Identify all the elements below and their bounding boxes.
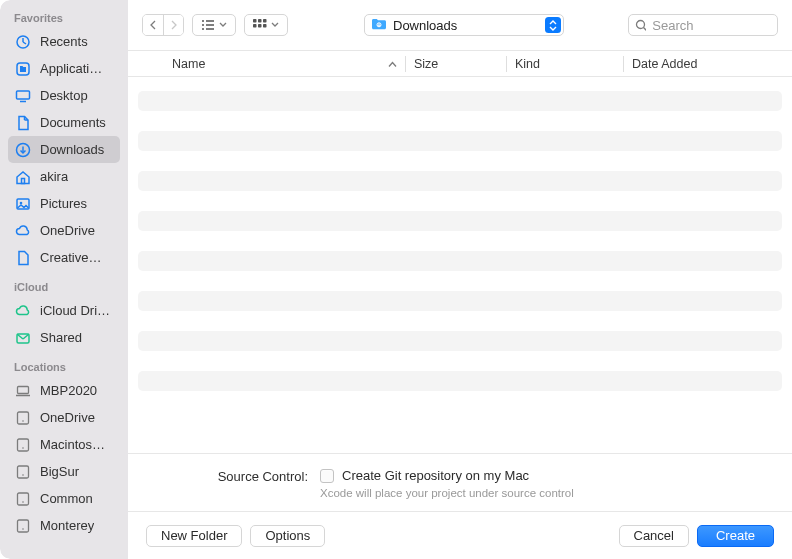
- sidebar-item-akira[interactable]: akira: [8, 163, 120, 190]
- sidebar-item-label: OneDrive: [40, 410, 95, 425]
- column-kind-label: Kind: [515, 57, 540, 71]
- svg-point-25: [22, 501, 24, 503]
- sidebar-item-applications[interactable]: Applicati…: [8, 55, 120, 82]
- desktop-icon: [14, 87, 32, 105]
- sidebar-item-downloads[interactable]: Downloads: [8, 136, 120, 163]
- save-panel: FavoritesRecentsApplicati…DesktopDocumen…: [0, 0, 792, 559]
- folder-icon: [371, 17, 387, 33]
- sidebar-item-pictures[interactable]: Pictures: [8, 190, 120, 217]
- cloud-icon: [14, 222, 32, 240]
- sidebar-item-common[interactable]: Common: [8, 485, 120, 512]
- sidebar-item-monterey[interactable]: Monterey: [8, 512, 120, 539]
- svg-rect-37: [253, 24, 257, 28]
- list-item: [138, 131, 782, 151]
- divider: [405, 56, 406, 72]
- forward-button[interactable]: [163, 15, 183, 35]
- svg-rect-34: [253, 19, 257, 23]
- new-folder-button[interactable]: New Folder: [146, 525, 242, 547]
- view-grid-menu[interactable]: [244, 14, 288, 36]
- sidebar-item-label: MBP2020: [40, 383, 97, 398]
- options-button[interactable]: Options: [250, 525, 325, 547]
- svg-point-21: [22, 447, 24, 449]
- column-date-added[interactable]: Date Added: [632, 57, 792, 71]
- list-item: [138, 251, 782, 271]
- chevron-down-icon: [219, 22, 227, 28]
- cancel-label: Cancel: [634, 528, 674, 543]
- sidebar-item-bigsur[interactable]: BigSur: [8, 458, 120, 485]
- svg-rect-20: [18, 439, 29, 451]
- cloud-green-icon: [14, 302, 32, 320]
- sidebar-item-recents[interactable]: Recents: [8, 28, 120, 55]
- sort-asc-icon: [388, 57, 397, 71]
- list-item: [138, 291, 782, 311]
- sidebar-item-label: akira: [40, 169, 68, 184]
- download-icon: [14, 141, 32, 159]
- list-item: [138, 211, 782, 231]
- back-button[interactable]: [143, 15, 163, 35]
- column-size[interactable]: Size: [414, 57, 506, 71]
- app-icon: [14, 60, 32, 78]
- search-icon: [635, 19, 646, 32]
- doc-icon: [14, 114, 32, 132]
- source-control-panel: Source Control: Create Git repository on…: [128, 453, 792, 511]
- sidebar-item-icloud[interactable]: iCloud Dri…: [8, 297, 120, 324]
- svg-rect-16: [18, 386, 29, 393]
- sidebar-item-label: Recents: [40, 34, 88, 49]
- svg-point-19: [22, 420, 24, 422]
- sidebar-item-onedrive[interactable]: OneDrive: [8, 217, 120, 244]
- location-label: Downloads: [393, 18, 539, 33]
- sidebar-item-label: OneDrive: [40, 223, 95, 238]
- shared-green-icon: [14, 329, 32, 347]
- svg-rect-24: [18, 493, 29, 505]
- svg-rect-36: [263, 19, 267, 23]
- sidebar-item-creative[interactable]: Creative…: [8, 244, 120, 271]
- sidebar-item-desktop[interactable]: Desktop: [8, 82, 120, 109]
- sidebar-item-shared[interactable]: Shared: [8, 324, 120, 351]
- sidebar-item-onedrive-loc[interactable]: OneDrive: [8, 404, 120, 431]
- svg-rect-10: [22, 178, 25, 183]
- disk-icon: [14, 436, 32, 454]
- svg-rect-35: [258, 19, 262, 23]
- sidebar-item-label: iCloud Dri…: [40, 303, 110, 318]
- laptop-icon: [14, 382, 32, 400]
- search-input[interactable]: [652, 18, 771, 33]
- create-button[interactable]: Create: [697, 525, 774, 547]
- svg-point-28: [202, 20, 204, 22]
- view-list-menu[interactable]: [192, 14, 236, 36]
- column-name-label: Name: [172, 57, 205, 71]
- column-headers: Name Size Kind Date Added: [128, 50, 792, 77]
- cancel-button[interactable]: Cancel: [619, 525, 689, 547]
- file-list: [128, 77, 792, 453]
- disk-icon: [14, 490, 32, 508]
- sidebar-item-label: Applicati…: [40, 61, 102, 76]
- sidebar-item-mbp2020[interactable]: MBP2020: [8, 377, 120, 404]
- list-item: [138, 171, 782, 191]
- disk-icon: [14, 409, 32, 427]
- source-control-note: Xcode will place your project under sour…: [320, 487, 772, 499]
- divider: [623, 56, 624, 72]
- sidebar-item-label: Shared: [40, 330, 82, 345]
- git-checkbox[interactable]: [320, 469, 334, 483]
- svg-point-23: [22, 474, 24, 476]
- column-name[interactable]: Name: [172, 57, 405, 71]
- sidebar-item-label: Downloads: [40, 142, 104, 157]
- sidebar-item-documents[interactable]: Documents: [8, 109, 120, 136]
- column-date-label: Date Added: [632, 57, 697, 71]
- search-field[interactable]: [628, 14, 778, 36]
- clock-icon: [14, 33, 32, 51]
- svg-point-12: [20, 201, 23, 204]
- chevron-left-icon: [149, 20, 158, 30]
- column-kind[interactable]: Kind: [515, 57, 623, 71]
- column-size-label: Size: [414, 57, 438, 71]
- svg-line-2: [23, 42, 26, 44]
- location-popup[interactable]: Downloads: [364, 14, 564, 36]
- sidebar-item-macintosh[interactable]: Macintos…: [8, 431, 120, 458]
- options-label: Options: [265, 528, 310, 543]
- toolbar: Downloads: [128, 0, 792, 50]
- disk-icon: [14, 463, 32, 481]
- sidebar-item-label: Desktop: [40, 88, 88, 103]
- svg-rect-18: [18, 412, 29, 424]
- sidebar-item-label: Documents: [40, 115, 106, 130]
- new-folder-label: New Folder: [161, 528, 227, 543]
- svg-point-32: [202, 28, 204, 30]
